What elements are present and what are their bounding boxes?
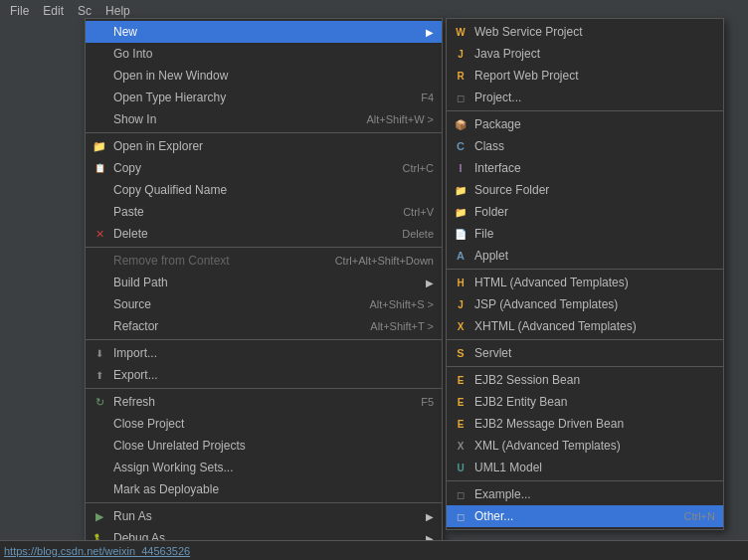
export-label: Export... — [113, 368, 158, 382]
sub-uml1-model[interactable]: U UML1 Model — [447, 457, 723, 478]
sub-jsp-advanced[interactable]: J JSP (Advanced Templates) — [447, 293, 723, 315]
sub-source-folder[interactable]: 📁 Source Folder — [447, 179, 723, 201]
menu-item-remove-context[interactable]: Remove from Context Ctrl+Alt+Shift+Down — [86, 250, 442, 272]
sub-example[interactable]: ◻ Example... — [447, 483, 723, 505]
context-menu-main: New ▶ Go Into Open in New Window Open Ty… — [85, 18, 443, 552]
xhtml-icon: X — [453, 318, 468, 334]
menu-item-new-label: New — [113, 25, 137, 39]
sub-applet[interactable]: A Applet — [447, 245, 723, 267]
sub-sep-1 — [447, 110, 723, 111]
build-path-arrow: ▶ — [426, 278, 434, 288]
menu-item-import[interactable]: ⬇ Import... — [86, 342, 442, 364]
show-in-label: Show In — [113, 112, 156, 126]
sub-sep-2 — [447, 269, 723, 270]
sub-java-project[interactable]: J Java Project — [447, 43, 723, 65]
menu-edit[interactable]: Edit — [37, 2, 70, 20]
menu-item-show-in[interactable]: Show In Alt+Shift+W > — [86, 108, 442, 130]
sub-package[interactable]: 📦 Package — [447, 113, 723, 135]
menu-item-copy[interactable]: 📋 Copy Ctrl+C — [86, 157, 442, 179]
copy-shortcut: Ctrl+C — [383, 162, 434, 174]
menu-item-run-as[interactable]: ▶ Run As ▶ — [86, 505, 442, 527]
menu-item-mark-deployable[interactable]: Mark as Deployable — [86, 478, 442, 500]
sub-xhtml-advanced[interactable]: X XHTML (Advanced Templates) — [447, 315, 723, 337]
delete-icon: ✕ — [92, 226, 107, 242]
other-icon: ◻ — [453, 508, 468, 524]
package-icon: 📦 — [453, 116, 468, 132]
menu-item-open-explorer[interactable]: 📁 Open in Explorer — [86, 135, 442, 157]
menu-item-close-project[interactable]: Close Project — [86, 413, 442, 435]
sub-interface[interactable]: I Interface — [447, 157, 723, 179]
jsp-advanced-label: JSP (Advanced Templates) — [474, 297, 618, 311]
context-menu-sub: W Web Service Project J Java Project R R… — [446, 18, 724, 530]
separator-5 — [86, 502, 442, 503]
mark-deployable-label: Mark as Deployable — [113, 482, 219, 496]
menu-item-close-unrelated[interactable]: Close Unrelated Projects — [86, 435, 442, 457]
servlet-label: Servlet — [474, 346, 511, 360]
menu-item-copy-qualified[interactable]: Copy Qualified Name — [86, 179, 442, 201]
show-in-shortcut: Alt+Shift+W > — [346, 113, 434, 125]
interface-label: Interface — [474, 161, 521, 175]
sub-file[interactable]: 📄 File — [447, 223, 723, 245]
sub-servlet[interactable]: S Servlet — [447, 342, 723, 364]
menu-item-go-into[interactable]: Go Into — [86, 43, 442, 65]
build-path-label: Build Path — [113, 276, 168, 289]
class-label: Class — [474, 139, 504, 153]
menu-item-source[interactable]: Source Alt+Shift+S > — [86, 293, 442, 315]
menu-item-paste[interactable]: Paste Ctrl+V — [86, 201, 442, 223]
sub-folder[interactable]: 📁 Folder — [447, 201, 723, 223]
other-label: Other... — [474, 509, 513, 523]
separator-4 — [86, 388, 442, 389]
remove-context-shortcut: Ctrl+Alt+Shift+Down — [315, 255, 434, 267]
html-advanced-label: HTML (Advanced Templates) — [474, 276, 629, 289]
import-label: Import... — [113, 346, 157, 360]
run-as-arrow: ▶ — [426, 511, 434, 522]
menu-item-new[interactable]: New ▶ — [86, 21, 442, 43]
sub-web-service-project[interactable]: W Web Service Project — [447, 21, 723, 43]
menu-file[interactable]: File — [4, 2, 35, 20]
sub-ejb2-entity[interactable]: E EJB2 Entity Bean — [447, 391, 723, 413]
sub-project[interactable]: ◻ Project... — [447, 87, 723, 108]
sub-xml-advanced[interactable]: X XML (Advanced Templates) — [447, 435, 723, 457]
refactor-shortcut: Alt+Shift+T > — [350, 320, 434, 332]
open-explorer-label: Open in Explorer — [113, 139, 203, 153]
separator-1 — [86, 132, 442, 133]
status-url: https://blog.csdn.net/weixin_44563526 — [4, 545, 190, 557]
refresh-icon: ↻ — [92, 394, 107, 410]
folder-icon: 📁 — [453, 204, 468, 220]
sub-ejb2-session[interactable]: E EJB2 Session Bean — [447, 369, 723, 391]
menu-item-assign-working[interactable]: Assign Working Sets... — [86, 457, 442, 478]
class-icon: C — [453, 138, 468, 154]
assign-working-label: Assign Working Sets... — [113, 461, 234, 474]
sub-report-web-project[interactable]: R Report Web Project — [447, 65, 723, 87]
sub-sep-5 — [447, 480, 723, 481]
sub-class[interactable]: C Class — [447, 135, 723, 157]
remove-context-label: Remove from Context — [113, 254, 230, 268]
menu-item-export[interactable]: ⬆ Export... — [86, 364, 442, 386]
menu-item-open-new-window[interactable]: Open in New Window — [86, 65, 442, 87]
new-arrow: ▶ — [426, 27, 434, 38]
refactor-label: Refactor — [113, 319, 158, 333]
ejb2-message-icon: E — [453, 416, 468, 432]
menu-item-build-path[interactable]: Build Path ▶ — [86, 272, 442, 293]
java-project-icon: J — [453, 46, 468, 62]
uml1-icon: U — [453, 460, 468, 475]
copy-label: Copy — [113, 161, 141, 175]
ejb2-entity-icon: E — [453, 394, 468, 410]
example-label: Example... — [474, 487, 531, 501]
open-new-window-label: Open in New Window — [113, 69, 228, 83]
sub-ejb2-message[interactable]: E EJB2 Message Driven Bean — [447, 413, 723, 435]
paste-shortcut: Ctrl+V — [383, 206, 434, 218]
menu-item-refresh[interactable]: ↻ Refresh F5 — [86, 391, 442, 413]
sub-html-advanced[interactable]: H HTML (Advanced Templates) — [447, 272, 723, 293]
menu-item-refactor[interactable]: Refactor Alt+Shift+T > — [86, 315, 442, 337]
menu-item-delete[interactable]: ✕ Delete Delete — [86, 223, 442, 245]
web-service-icon: W — [453, 24, 468, 40]
source-folder-label: Source Folder — [474, 183, 549, 197]
separator-3 — [86, 339, 442, 340]
menu-item-open-type-hierarchy[interactable]: Open Type Hierarchy F4 — [86, 87, 442, 108]
delete-label: Delete — [113, 227, 148, 241]
export-icon: ⬆ — [92, 367, 107, 383]
file-label: File — [474, 227, 493, 241]
sub-other[interactable]: ◻ Other... Ctrl+N — [447, 505, 723, 527]
uml1-label: UML1 Model — [474, 461, 542, 474]
